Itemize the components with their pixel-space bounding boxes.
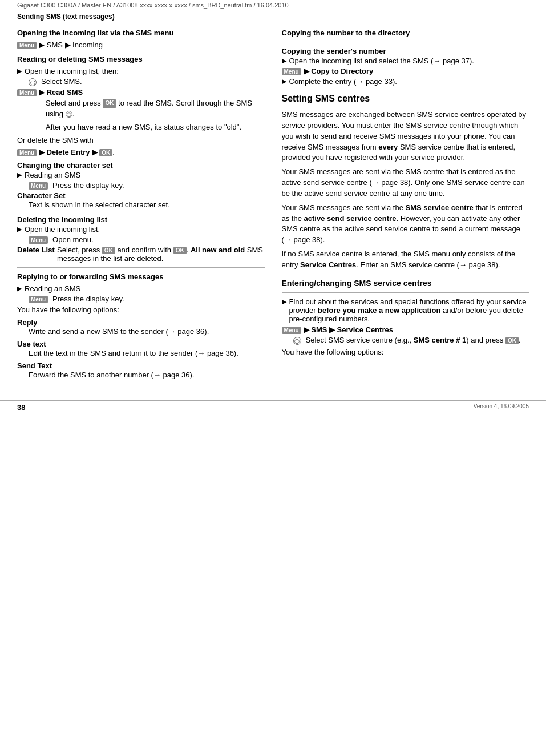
footer-bar: 38 Version 4, 16.09.2005 bbox=[0, 400, 546, 414]
copy-to-dir-text: ▶ Copy to Directory bbox=[304, 67, 374, 75]
copy-to-dir-menu: Menu ▶ Copy to Directory bbox=[282, 67, 529, 75]
use-text-option: Use text Edit the text in the SMS and re… bbox=[17, 340, 265, 359]
select-sms-text: Select SMS. bbox=[41, 77, 82, 86]
copy-bullet2-text: Complete the entry (→ page 33). bbox=[289, 77, 397, 86]
left-column: Opening the incoming list via the SMS me… bbox=[17, 29, 265, 383]
page-number: 38 bbox=[17, 403, 25, 412]
bullet-arrow-icon3: ▶ bbox=[17, 226, 22, 233]
sms-icon-line: ◯ Select SMS service centre (e.g., SMS c… bbox=[282, 336, 529, 345]
reply-menu-text: Press the display key. bbox=[52, 295, 124, 303]
menu-badge-delete2: Menu bbox=[29, 236, 48, 244]
delete-entry-text: ▶ Delete Entry ▶ bbox=[39, 148, 98, 156]
period: . bbox=[112, 148, 115, 156]
delete-list-label: Delete List bbox=[17, 246, 57, 254]
delete-list-desc: Select, press OK and confirm with OK. Al… bbox=[57, 246, 265, 263]
entering-bullet1: ▶ Find out about the services and specia… bbox=[282, 297, 529, 323]
bullet-arrow-icon5: ▶ bbox=[282, 57, 286, 65]
charset-bullet: ▶ Reading an SMS bbox=[17, 171, 265, 179]
menu-badge-copy: Menu bbox=[282, 68, 301, 75]
send-text-desc: Forward the SMS to another number (→ pag… bbox=[17, 370, 265, 381]
character-set-label: Character Set bbox=[17, 191, 265, 200]
menu-badge-delete: Menu bbox=[17, 149, 37, 156]
menu-badge-charset: Menu bbox=[29, 182, 48, 190]
nav-icon-service: ◯ bbox=[293, 337, 301, 345]
copy-bullet2: ▶ Complete the entry (→ page 33). bbox=[282, 77, 529, 86]
section-reading-deleting: Reading or deleting SMS messages ▶ Open … bbox=[17, 55, 265, 156]
reply-bullet-text: Reading an SMS bbox=[25, 284, 80, 293]
sms-centres-p4: If no SMS service centre is entered, the… bbox=[282, 249, 529, 271]
copy-bullet1: ▶ Open the incoming list and select the … bbox=[282, 57, 529, 65]
delete-list-bullet: ▶ Open the incoming list. bbox=[17, 225, 265, 234]
deleting-incoming-title: Deleting the incoming list bbox=[17, 215, 265, 224]
divider-reply bbox=[17, 267, 265, 268]
setting-sms-centres-title: Setting SMS centres bbox=[282, 94, 529, 106]
reply-desc: Write and send a new SMS to the sender (… bbox=[17, 327, 265, 337]
charset-menu-text: Press the display key. bbox=[52, 181, 124, 190]
two-col-layout: Opening the incoming list via the SMS me… bbox=[0, 23, 546, 395]
char-set-desc-text: Text is shown in the selected character … bbox=[29, 200, 265, 211]
footer-area: 38 Version 4, 16.09.2005 bbox=[0, 400, 546, 414]
ok-badge2: OK bbox=[102, 247, 115, 254]
bullet-arrow-icon: ▶ bbox=[17, 67, 22, 75]
section-copy-directory: Copying the number to the directory Copy… bbox=[282, 29, 529, 86]
entering-options-text: You have the following options: bbox=[282, 347, 529, 358]
ok-badge-delete: OK bbox=[99, 149, 112, 156]
section-entering-changing: Entering/changing SMS service centres ▶ … bbox=[282, 279, 529, 358]
reply-desc-text: Write and send a new SMS to the sender (… bbox=[29, 327, 265, 337]
bullet-open-incoming: ▶ Open the incoming list, then: bbox=[17, 67, 265, 75]
sms-service-menu: Menu ▶ SMS ▶ Service Centres bbox=[282, 325, 529, 334]
reply-label: Reply bbox=[17, 318, 37, 327]
reply-options-text: You have the following options: bbox=[17, 305, 265, 316]
ok-badge3: OK bbox=[173, 247, 187, 254]
section-deleting-incoming: Deleting the incoming list ▶ Open the in… bbox=[17, 215, 265, 263]
changing-charset-title: Changing the character set bbox=[17, 161, 265, 170]
divider-copy bbox=[282, 42, 529, 42]
bullet-text: Open the incoming list, then: bbox=[25, 67, 119, 75]
read-sms-menu: Menu ▶ Read SMS bbox=[17, 88, 265, 96]
all-new-old-bold: All new and old bbox=[191, 246, 245, 254]
opening-menu-nav: Menu ▶ SMS ▶ Incoming bbox=[17, 41, 265, 49]
menu-badge-read: Menu bbox=[17, 89, 37, 96]
divider-entering bbox=[282, 292, 529, 293]
char-set-desc: Text is shown in the selected character … bbox=[17, 200, 265, 211]
bullet-arrow-icon2: ▶ bbox=[17, 171, 22, 179]
or-delete-text: Or delete the SMS with bbox=[17, 135, 265, 146]
entering-changing-title: Entering/changing SMS service centres bbox=[282, 279, 529, 288]
read-sms-desc: Select and press OK to read the SMS. Scr… bbox=[17, 98, 265, 133]
menu-badge-reply: Menu bbox=[29, 296, 48, 303]
opening-incoming-title: Opening the incoming list via the SMS me… bbox=[17, 29, 265, 37]
replying-forwarding-title: Replying to or forwarding SMS messages bbox=[17, 272, 265, 281]
header-text: Gigaset C300-C300A / Master EN / A31008-… bbox=[17, 2, 289, 9]
right-column: Copying the number to the directory Copy… bbox=[282, 29, 529, 383]
section-label: Sending SMS (text messages) bbox=[0, 9, 546, 23]
sms-centres-p2: Your SMS messages are sent via the SMS c… bbox=[282, 167, 529, 199]
sms-centres-p3: Your SMS messages are sent via the SMS s… bbox=[282, 203, 529, 246]
delete-menu-text: Open menu. bbox=[52, 235, 94, 244]
reply-bullet1: ▶ Reading an SMS bbox=[17, 284, 265, 293]
bullet-arrow-icon6: ▶ bbox=[282, 78, 286, 85]
opening-nav-text: ▶ SMS ▶ Incoming bbox=[39, 41, 103, 49]
use-text-desc: Edit the text in the SMS and return it t… bbox=[17, 348, 265, 359]
copy-bullet-text: Open the incoming list and select the SM… bbox=[289, 57, 474, 65]
read-sms-label: ▶ Read SMS bbox=[39, 88, 83, 96]
delete-list-label-line: Delete List Select, press OK and confirm… bbox=[17, 246, 265, 263]
copy-directory-title: Copying the number to the directory bbox=[282, 29, 529, 37]
use-text-desc-text: Edit the text in the SMS and return it t… bbox=[29, 348, 265, 359]
bullet-arrow-icon4: ▶ bbox=[17, 285, 22, 292]
send-text-label: Send Text bbox=[17, 361, 52, 370]
send-text-desc-text: Forward the SMS to another number (→ pag… bbox=[29, 370, 265, 381]
sms-service-centre-bold: SMS service centre bbox=[406, 203, 474, 212]
nav-icon-small: ◯ bbox=[66, 111, 72, 118]
charset-menu-line: Menu Press the display key. bbox=[17, 181, 265, 190]
menu-badge-service: Menu bbox=[282, 327, 301, 334]
ok-badge-service: OK bbox=[505, 337, 519, 344]
nav-circle-icon: ◯ bbox=[29, 78, 37, 86]
sms-icon-text: Select SMS service centre (e.g., SMS cen… bbox=[306, 336, 521, 344]
delete-menu-line: Menu Open menu. bbox=[17, 235, 265, 244]
read-sms-p2: After you have read a new SMS, its statu… bbox=[46, 122, 265, 133]
version-text: Version 4, 16.09.2005 bbox=[474, 403, 529, 412]
char-set-bold: Character Set bbox=[17, 191, 66, 200]
reply-menu-line: Menu Press the display key. bbox=[17, 295, 265, 303]
copying-sender-title: Copying the sender's number bbox=[282, 47, 529, 55]
delete-entry-menu: Menu ▶ Delete Entry ▶ OK. bbox=[17, 148, 265, 156]
